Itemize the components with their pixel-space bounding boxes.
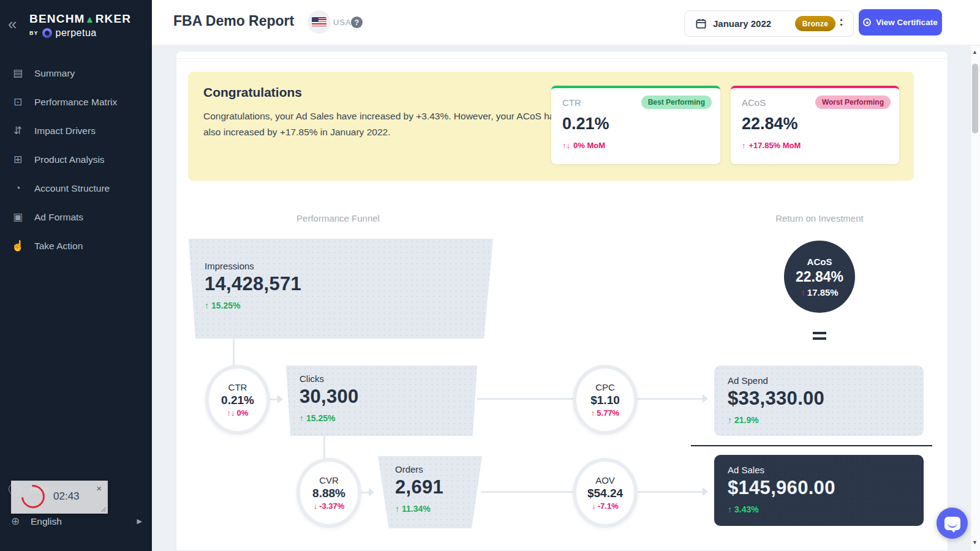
arrow-right-icon <box>703 394 708 403</box>
metric-value: 22.84% <box>731 109 899 133</box>
down-arrow-icon: ↓ <box>592 501 596 511</box>
globe-icon: ⊕ <box>9 515 22 528</box>
sidebar-item-label: Performance Matrix <box>34 97 117 108</box>
ad-formats-icon: ▣ <box>11 211 24 223</box>
chat-bubble-icon <box>944 517 960 530</box>
benchmarker-logo: BENCHM▲RKER BY perpetua <box>29 12 131 39</box>
calendar-icon <box>695 18 707 32</box>
sidebar-item-ad-formats[interactable]: ▣Ad Formats <box>0 203 152 231</box>
language-label: English <box>31 516 62 527</box>
ctr-node: CTR 0.21% ↑↓0% <box>205 365 270 435</box>
marketplace-indicator <box>307 10 331 34</box>
up-arrow-icon: ↑ <box>591 408 595 418</box>
performance-funnel-title: Performance Funnel <box>252 213 424 223</box>
cpc-node: CPC $1.10 ↑5.77% <box>573 365 638 435</box>
up-arrow-icon: ↑ <box>728 415 732 425</box>
up-down-arrow-icon: ↑↓ <box>227 408 235 418</box>
collapse-sidebar-button[interactable]: « <box>8 16 17 32</box>
best-performing-badge: Best Performing <box>641 96 712 109</box>
sidebar-item-label: Impact Drivers <box>34 126 96 137</box>
metric-change: ↑↓ 0% MoM <box>551 133 720 150</box>
congratulations-banner: Congratulations Congratulations, your Ad… <box>188 72 914 181</box>
resize-handle[interactable] <box>101 507 106 512</box>
take-action-icon: ☝ <box>11 239 24 252</box>
chevron-right-icon: ▶ <box>137 517 145 525</box>
up-arrow-icon: ↑ <box>300 413 304 423</box>
help-tooltip-icon[interactable]: ? <box>351 17 363 28</box>
recording-timer: 02:43 <box>53 490 80 503</box>
scrollbar-thumb[interactable] <box>972 64 978 133</box>
up-arrow-icon: ↑ <box>205 301 209 310</box>
arrow-right-icon <box>703 487 708 496</box>
view-certificate-label: View Certificate <box>876 18 937 27</box>
sidebar-item-label: Summary <box>34 68 75 79</box>
orders-funnel-stage: Orders 2,691 ↑11.34% <box>378 456 482 528</box>
arrow-right-icon <box>277 395 283 403</box>
sidebar-item-label: Ad Formats <box>34 212 83 223</box>
scrollbar-down-arrow[interactable]: ▼ <box>972 539 978 545</box>
intercom-chat-button[interactable] <box>937 508 968 539</box>
banner-body: Congratulations, your Ad Sales have incr… <box>203 108 560 141</box>
sidebar-item-performance-matrix[interactable]: ⊡Performance Matrix <box>0 88 152 116</box>
metric-label: ACoS <box>742 97 766 108</box>
language-selector[interactable]: ⊕ English ▶ <box>9 515 145 528</box>
ad-sales-card: Ad Sales $145,960.00 ↑3.43% <box>714 455 924 526</box>
sidebar-item-take-action[interactable]: ☝Take Action <box>0 231 152 260</box>
connector-clicks-cvr <box>323 435 325 459</box>
period-stepper-icon[interactable]: ▲▼ <box>839 17 843 27</box>
metric-change: ↑ +17.85% MoM <box>731 133 899 150</box>
up-arrow-icon: ↑ <box>395 504 399 514</box>
impact-drivers-icon: ⇵ <box>11 124 24 137</box>
performance-matrix-icon: ⊡ <box>11 96 24 108</box>
sidebar-item-account-structure[interactable]: ◔Account Structure <box>0 174 152 203</box>
sidebar-item-impact-drivers[interactable]: ⇵Impact Drivers <box>0 116 152 145</box>
metric-value: 0.21% <box>551 109 720 133</box>
view-certificate-button[interactable]: View Certificate <box>859 9 942 36</box>
banner-title: Congratulations <box>203 85 302 100</box>
clicks-funnel-stage: Clicks 30,300 ↑15.25% <box>286 365 477 436</box>
arrow-right-icon <box>369 488 374 497</box>
return-on-investment-title: Return on Investment <box>734 213 905 223</box>
down-arrow-icon: ↓ <box>314 501 318 511</box>
perpetua-logo-icon <box>42 28 52 38</box>
acos-roi-circle: ACoS 22.84% ↑17.85% <box>784 241 855 313</box>
logo-by-label: BY <box>29 30 39 36</box>
up-arrow-icon: ↑ <box>728 504 732 514</box>
screen-recorder-widget[interactable]: 02:43 × <box>11 481 108 514</box>
country-label: USA <box>333 18 352 27</box>
worst-performing-badge: Worst Performing <box>815 96 891 109</box>
up-down-arrow-icon: ↑↓ <box>562 141 570 150</box>
eye-icon <box>863 18 871 26</box>
roi-fraction-line <box>691 445 932 446</box>
connector-cpc-adspend <box>638 398 705 400</box>
impressions-funnel-stage: Impressions 14,428,571 ↑15.25% <box>189 239 493 339</box>
summary-icon: ▤ <box>11 67 24 80</box>
metric-label: CTR <box>562 97 581 108</box>
sidebar-item-label: Account Structure <box>34 183 110 194</box>
tier-badge: Bronze <box>795 16 835 31</box>
sidebar-item-label: Product Analysis <box>34 154 105 165</box>
connector-aov-adsales <box>638 491 705 493</box>
best-performing-card: CTR Best Performing 0.21% ↑↓ 0% MoM <box>551 86 720 164</box>
sidebar-item-summary[interactable]: ▤Summary <box>0 59 152 88</box>
up-arrow-icon: ↑ <box>742 141 746 150</box>
recording-indicator-icon <box>17 480 50 513</box>
close-icon[interactable]: × <box>96 483 102 493</box>
connector-clicks-cpc <box>477 398 574 400</box>
equals-icon <box>813 332 826 343</box>
benchmarker-dashboard: « BENCHM▲RKER BY perpetua ▤Summary ⊡Perf… <box>0 0 980 551</box>
top-bar: FBA Demo Report USA ? January 2022 Bronz… <box>152 0 980 45</box>
account-structure-icon: ◔ <box>11 182 24 195</box>
sidebar-item-label: Take Action <box>34 241 83 252</box>
logo-triangle-icon: ▲ <box>85 14 96 24</box>
report-period-selector[interactable]: January 2022 Bronze ▲▼ <box>684 10 854 37</box>
aov-node: AOV $54.24 ↓-7.1% <box>573 458 638 528</box>
worst-performing-card: ACoS Worst Performing 22.84% ↑ +17.85% M… <box>731 86 899 164</box>
connector-impressions-ctr <box>233 337 235 365</box>
sidebar-item-product-analysis[interactable]: ⊞Product Analysis <box>0 145 152 174</box>
product-analysis-icon: ⊞ <box>11 153 24 166</box>
usa-flag-icon <box>312 17 326 27</box>
sidebar-nav: ▤Summary ⊡Performance Matrix ⇵Impact Dri… <box>0 59 152 260</box>
scrollbar-up-arrow[interactable]: ▲ <box>972 49 978 55</box>
ad-spend-card: Ad Spend $33,330.00 ↑21.9% <box>714 365 924 436</box>
